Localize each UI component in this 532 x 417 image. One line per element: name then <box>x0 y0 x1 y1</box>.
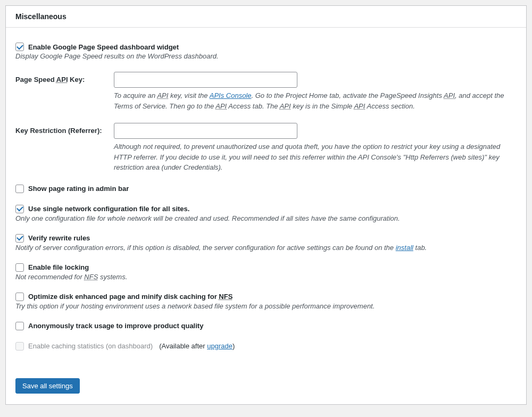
single-network-desc: Only one configuration file for whole ne… <box>15 214 517 222</box>
caching-stats-note: (Available after upgrade) <box>159 342 235 350</box>
verify-rewrite-desc: Notify of server configuration errors, i… <box>15 244 517 252</box>
setting-enable-widget: Enable Google Page Speed dashboard widge… <box>15 43 517 60</box>
setting-optimize-nfs: Optimize disk enhanced page and minify d… <box>15 293 517 310</box>
miscellaneous-panel: Miscellaneous Enable Google Page Speed d… <box>5 5 527 405</box>
verify-rewrite-checkbox[interactable] <box>15 234 24 243</box>
enable-widget-desc: Display Google Page Speed results on the… <box>15 52 517 60</box>
file-locking-label[interactable]: Enable file locking <box>28 263 89 271</box>
file-locking-desc: Not recommended for NFS systems. <box>15 273 517 281</box>
verify-rewrite-label[interactable]: Verify rewrite rules <box>28 234 90 242</box>
install-link[interactable]: install <box>396 244 413 252</box>
setting-anon-track: Anonymously track usage to improve produ… <box>15 322 517 330</box>
upgrade-link[interactable]: upgrade <box>207 342 232 350</box>
show-rating-checkbox[interactable] <box>15 185 24 193</box>
setting-key-restriction: Key Restriction (Referrer): Although not… <box>15 123 517 173</box>
setting-show-rating: Show page rating in admin bar <box>15 185 517 193</box>
caching-stats-checkbox <box>15 342 24 351</box>
panel-title: Miscellaneous <box>6 6 526 28</box>
enable-widget-checkbox[interactable] <box>15 43 24 51</box>
anon-track-checkbox[interactable] <box>15 322 24 330</box>
setting-file-locking: Enable file locking Not recommended for … <box>15 263 517 281</box>
single-network-checkbox[interactable] <box>15 205 24 213</box>
key-restriction-label: Key Restriction (Referrer): <box>15 123 114 135</box>
setting-api-key: Page Speed API Key: To acquire an API ke… <box>15 72 517 111</box>
save-button[interactable]: Save all settings <box>15 378 80 394</box>
api-key-help: To acquire an API key, visit the APIs Co… <box>114 90 517 111</box>
apis-console-link[interactable]: APIs Console <box>210 91 252 99</box>
setting-caching-stats: Enable caching statistics (on dashboard)… <box>15 342 517 351</box>
nfs-abbr: NFS <box>84 273 98 281</box>
optimize-nfs-label[interactable]: Optimize disk enhanced page and minify d… <box>28 293 232 301</box>
caching-stats-label: Enable caching statistics (on dashboard) <box>28 342 153 350</box>
show-rating-label[interactable]: Show page rating in admin bar <box>28 185 129 193</box>
optimize-nfs-desc: Try this option if your hosting environm… <box>15 302 517 310</box>
api-abbr: API <box>56 76 68 84</box>
api-key-input[interactable] <box>114 72 297 88</box>
enable-widget-label[interactable]: Enable Google Page Speed dashboard widge… <box>28 43 179 51</box>
key-restriction-help: Although not required, to prevent unauth… <box>114 141 517 173</box>
setting-single-network: Use single network configuration file fo… <box>15 205 517 222</box>
setting-verify-rewrite: Verify rewrite rules Notify of server co… <box>15 234 517 252</box>
anon-track-label[interactable]: Anonymously track usage to improve produ… <box>28 322 203 330</box>
single-network-label[interactable]: Use single network configuration file fo… <box>28 205 189 213</box>
key-restriction-input[interactable] <box>114 123 297 139</box>
optimize-nfs-checkbox[interactable] <box>15 293 24 301</box>
file-locking-checkbox[interactable] <box>15 263 24 272</box>
api-key-label: Page Speed API Key: <box>15 72 114 84</box>
